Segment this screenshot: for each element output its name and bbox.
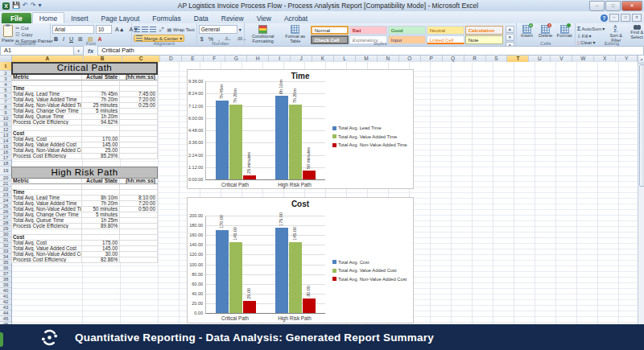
row-header-44[interactable]: 44: [0, 311, 11, 316]
bar-total-avg-non-value-added-time[interactable]: [243, 175, 256, 179]
row-header-21[interactable]: 21: [0, 181, 11, 187]
row-header-12[interactable]: 12: [0, 127, 11, 133]
table-row[interactable]: Total Avg. Non-Value Added Time50 minute…: [11, 207, 158, 212]
find-select-button[interactable]: Find & Select: [627, 31, 644, 39]
bar-total-avg-non-value-added-time[interactable]: [303, 171, 316, 179]
tab-data[interactable]: Data: [188, 13, 215, 23]
gallery-up-icon[interactable]: ▲: [506, 26, 514, 33]
font-name-select[interactable]: Arial: [52, 25, 94, 34]
column-header-N[interactable]: N: [378, 56, 399, 62]
row-header-24[interactable]: 24: [0, 198, 11, 204]
restore-button[interactable]: □: [605, 1, 621, 11]
table-row[interactable]: Total Avg. Value Added Time7h 20m7:20:00: [11, 201, 158, 207]
autosum-button[interactable]: ΣAutoSum ▾: [577, 25, 605, 32]
tab-file[interactable]: File: [2, 13, 31, 23]
column-header-U[interactable]: U: [529, 56, 551, 62]
bar-total-avg-lead-time[interactable]: [275, 96, 288, 179]
qat-dropdown-icon[interactable]: ▾: [38, 2, 41, 9]
row-header-10[interactable]: 10: [0, 116, 11, 121]
help-icon[interactable]: ?: [601, 14, 608, 22]
bar-total-avg-value-added-cost[interactable]: [289, 242, 302, 313]
table-row[interactable]: Process Cost Efficiency85.29%: [11, 154, 158, 159]
tab-view[interactable]: View: [250, 13, 278, 23]
row-header-23[interactable]: 23: [0, 192, 11, 198]
row-header-9[interactable]: 9: [0, 110, 11, 116]
chart-time[interactable]: Time7h 45m7h 20m25 minutes8h 10m7h 20m50…: [187, 69, 414, 189]
row-header-26[interactable]: 26: [0, 209, 11, 215]
minimize-button[interactable]: –: [589, 1, 605, 11]
tab-formulas[interactable]: Formulas: [146, 13, 187, 23]
table-row[interactable]: Total Avg. Non-Value Added Cost30.00: [11, 252, 158, 257]
row-header-35[interactable]: 35: [0, 260, 11, 266]
bar-total-avg-lead-time[interactable]: [216, 101, 229, 179]
scrollbar-thumb[interactable]: [639, 64, 644, 187]
format-cells-button[interactable]: Format: [555, 25, 572, 38]
bar-total-avg-non-value-added-cost[interactable]: [303, 299, 316, 313]
bar-total-avg-non-value-added-cost[interactable]: [243, 301, 256, 313]
row-header-20[interactable]: 20: [0, 175, 11, 181]
table-row[interactable]: Total Avg. Queue Time1h 20m: [11, 114, 158, 120]
cut-button[interactable]: ✂ Cut: [15, 25, 52, 31]
excel-logo-icon[interactable]: X: [2, 2, 10, 10]
style-normal[interactable]: Normal: [311, 26, 349, 35]
column-header-V[interactable]: V: [551, 56, 572, 62]
row-header-36[interactable]: 36: [0, 266, 11, 271]
row-header-15[interactable]: 15: [0, 144, 11, 150]
column-header-K[interactable]: K: [312, 56, 334, 62]
number-format-select[interactable]: General: [199, 25, 237, 34]
row-header-33[interactable]: 33: [0, 249, 11, 254]
bar-total-avg-value-added-time[interactable]: [229, 105, 242, 179]
column-header-L[interactable]: L: [334, 56, 356, 62]
row-header-6[interactable]: 6: [0, 93, 11, 99]
tab-insert[interactable]: Insert: [64, 13, 94, 23]
tab-acrobat[interactable]: Acrobat: [278, 13, 314, 23]
redo-icon[interactable]: ↷: [31, 2, 36, 9]
row-header-39[interactable]: 39: [0, 282, 11, 288]
row-header-37[interactable]: 37: [0, 271, 11, 277]
name-box-dropdown-icon[interactable]: ▾: [74, 46, 84, 56]
row-header-18[interactable]: 18: [0, 161, 11, 167]
row-header-42[interactable]: 42: [0, 299, 11, 305]
row-header-2[interactable]: 2: [0, 71, 11, 76]
table-row[interactable]: Process Cycle Efficiency89.80%: [11, 224, 158, 229]
vertical-scrollbar[interactable]: ▲: [638, 56, 644, 324]
column-header-D[interactable]: D: [160, 56, 182, 62]
column-header-O[interactable]: O: [399, 56, 421, 62]
row-header-14[interactable]: 14: [0, 138, 11, 144]
style-bad[interactable]: Bad: [349, 26, 387, 35]
row-header-40[interactable]: 40: [0, 288, 11, 294]
row-header-19[interactable]: 19: [0, 167, 11, 175]
row-header-45[interactable]: 45: [0, 316, 11, 322]
table-row[interactable]: Total Avg. Change Over Time5 minutes: [11, 212, 158, 218]
column-header-S[interactable]: S: [486, 56, 508, 62]
row-header-16[interactable]: 16: [0, 150, 11, 155]
style-good[interactable]: Good: [388, 26, 426, 35]
bar-total-avg-value-added-time[interactable]: [289, 105, 302, 179]
column-header-Q[interactable]: Q: [443, 56, 464, 62]
column-header-M[interactable]: M: [356, 56, 378, 62]
table-row[interactable]: Total Avg. Lead Time8h 10m8:10:00: [11, 196, 158, 201]
row-header-3[interactable]: 3: [0, 76, 11, 82]
name-box[interactable]: A1: [0, 46, 74, 56]
select-all-corner[interactable]: [0, 56, 12, 62]
wrap-text-button[interactable]: ▤ Wrap Text: [167, 27, 195, 32]
align-middle-icon[interactable]: [142, 27, 148, 32]
table-row[interactable]: Total Avg. Cost170.00: [11, 137, 158, 142]
table-title[interactable]: High Risk Path: [11, 167, 158, 179]
save-icon[interactable]: 💾: [12, 2, 20, 9]
column-header-Y[interactable]: Y: [616, 56, 638, 62]
column-header-F[interactable]: F: [204, 56, 225, 62]
row-header-13[interactable]: 13: [0, 133, 11, 138]
row-header-29[interactable]: 29: [0, 226, 11, 232]
column-header-G[interactable]: G: [225, 56, 247, 62]
delete-cells-button[interactable]: xDelete: [537, 25, 554, 38]
row-header-8[interactable]: 8: [0, 105, 11, 110]
bar-total-avg-cost[interactable]: [275, 228, 288, 313]
tab-home[interactable]: Home: [32, 12, 65, 23]
orientation-button[interactable]: ⤢: [158, 25, 166, 34]
bar-total-avg-cost[interactable]: [216, 230, 229, 313]
font-size-select[interactable]: 10: [96, 25, 112, 34]
workbook-close-icon[interactable]: ✕: [632, 14, 642, 22]
table-row[interactable]: Total Avg. Cost175.00: [11, 241, 158, 246]
table-row[interactable]: Process Cost Efficiency82.86%: [11, 257, 158, 263]
